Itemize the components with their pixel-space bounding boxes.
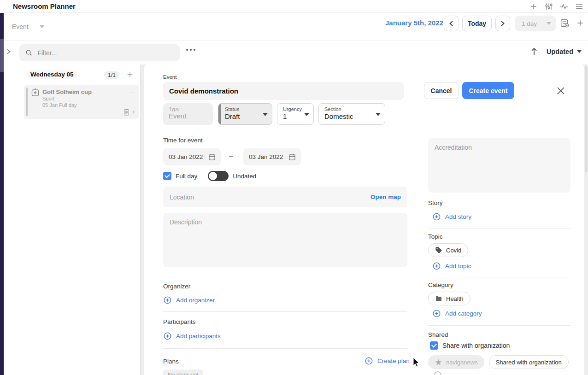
date-range-dash: – bbox=[229, 152, 233, 159]
left-rail[interactable] bbox=[0, 13, 4, 375]
add-story-link[interactable]: Add story bbox=[432, 212, 471, 221]
add-participants-link[interactable]: Add participants bbox=[163, 332, 221, 340]
undated-toggle[interactable] bbox=[208, 171, 229, 181]
story-heading: Story bbox=[428, 199, 443, 206]
view-type-label: Event bbox=[12, 23, 29, 30]
event-star-icon bbox=[30, 88, 40, 97]
location-field[interactable]: Open map bbox=[163, 187, 407, 207]
circle-plus-icon bbox=[432, 309, 441, 318]
activity-icon[interactable] bbox=[559, 1, 569, 12]
event-title-input[interactable] bbox=[163, 82, 404, 100]
menu-icon[interactable] bbox=[574, 1, 584, 12]
left-rail-thumb[interactable] bbox=[0, 39, 4, 72]
sort-direction-icon[interactable] bbox=[529, 47, 539, 57]
calendar-toolbar: Event January 5th, 2022 Today 1 day bbox=[4, 13, 588, 41]
chevron-down-icon bbox=[376, 113, 381, 116]
topic-heading: Topic bbox=[428, 233, 443, 240]
chevron-right-icon bbox=[501, 21, 505, 26]
add-category-link[interactable]: Add category bbox=[432, 309, 482, 318]
today-button[interactable]: Today bbox=[462, 16, 492, 31]
share-org-label: Share with organization bbox=[442, 342, 510, 349]
event-card-menu-icon[interactable]: ... bbox=[129, 88, 135, 94]
circle-plus-icon bbox=[163, 296, 172, 305]
undated-label: Undated bbox=[233, 173, 256, 180]
circle-plus-icon bbox=[432, 262, 441, 270]
section-select-value: Domestic bbox=[324, 112, 380, 120]
page-scrollbar[interactable] bbox=[584, 64, 588, 375]
next-day-button[interactable] bbox=[495, 16, 510, 31]
more-options-icon[interactable] bbox=[185, 48, 196, 52]
star-icon bbox=[435, 358, 442, 366]
category-chip[interactable]: Health bbox=[428, 292, 470, 305]
view-type-select[interactable]: Event bbox=[12, 19, 44, 34]
add-icon[interactable] bbox=[529, 1, 539, 12]
create-plan-label: Create plan bbox=[377, 357, 410, 364]
category-heading: Category bbox=[428, 281, 453, 288]
add-story-label: Add story bbox=[445, 213, 471, 220]
end-date-input[interactable]: 03 Jan 2022 bbox=[243, 148, 301, 165]
sort-by-value: Updated bbox=[547, 48, 573, 55]
schedule-add-icon[interactable] bbox=[559, 18, 570, 28]
event-card-title: Golf Solheim cup bbox=[42, 88, 92, 95]
full-day-label: Full day bbox=[176, 173, 197, 180]
add-event-icon[interactable] bbox=[575, 18, 585, 28]
location-input[interactable] bbox=[170, 193, 370, 201]
status-select[interactable]: Status Draft bbox=[218, 103, 272, 125]
plan-count-icon bbox=[123, 108, 130, 116]
event-card[interactable]: Golf Solheim cup Sport 05 Jan Full day .… bbox=[24, 85, 139, 119]
circle-plus-icon bbox=[432, 212, 441, 221]
full-day-checkbox[interactable] bbox=[163, 172, 171, 180]
form-type-label: Event bbox=[163, 74, 176, 80]
range-value: 1 day bbox=[522, 20, 537, 27]
content-area: Wednesday 05 1/1 Golf Solheim cup Sport … bbox=[4, 64, 588, 375]
filter-input[interactable] bbox=[37, 49, 174, 57]
expand-sidebar-icon[interactable] bbox=[6, 48, 11, 55]
close-icon[interactable] bbox=[555, 85, 566, 96]
filter-bar: Updated bbox=[4, 41, 588, 64]
chevron-down-icon bbox=[577, 50, 582, 53]
top-bar: Newsroom Planner bbox=[0, 0, 588, 13]
search-icon bbox=[25, 48, 33, 57]
event-card-date: 05 Jan Full day bbox=[42, 102, 77, 108]
description-textarea[interactable] bbox=[163, 213, 407, 267]
chevron-down-icon bbox=[547, 22, 551, 25]
create-event-button[interactable]: Create event bbox=[462, 82, 514, 99]
page-scrollbar-thumb[interactable] bbox=[585, 66, 588, 172]
day-column: Wednesday 05 1/1 Golf Solheim cup Sport … bbox=[4, 64, 141, 375]
filters-sliders-icon[interactable] bbox=[544, 1, 554, 12]
shared-heading: Shared bbox=[428, 331, 448, 338]
type-select-label: Type bbox=[169, 106, 208, 111]
share-org-checkbox[interactable] bbox=[430, 341, 438, 350]
create-plan-link[interactable]: Create plan bbox=[365, 357, 410, 365]
current-date[interactable]: January 5th, 2022 bbox=[385, 19, 443, 27]
cancel-button[interactable]: Cancel bbox=[424, 82, 459, 99]
add-topic-link[interactable]: Add topic bbox=[432, 262, 471, 270]
range-select[interactable]: 1 day bbox=[515, 16, 556, 31]
app-title: Newsroom Planner bbox=[13, 2, 76, 10]
add-organizer-link[interactable]: Add organizer bbox=[163, 296, 215, 305]
accreditation-textarea[interactable] bbox=[428, 138, 570, 193]
shared-status-label: Shared with organization bbox=[496, 359, 562, 366]
urgency-select[interactable]: Urgency 1 bbox=[277, 103, 314, 125]
day-header: Wednesday 05 bbox=[27, 70, 77, 79]
open-map-link[interactable]: Open map bbox=[370, 193, 401, 200]
chevron-down-icon bbox=[40, 25, 44, 28]
organizer-heading: Organizer bbox=[163, 283, 190, 290]
start-date-input[interactable]: 03 Jan 2022 bbox=[163, 148, 221, 165]
topic-chip[interactable]: Covid bbox=[428, 243, 468, 257]
folder-icon bbox=[435, 295, 442, 302]
add-topic-label: Add topic bbox=[445, 263, 471, 270]
calendar-icon bbox=[288, 153, 296, 161]
shared-status-badge: Shared with organization bbox=[489, 355, 569, 369]
cut-off-avatar bbox=[434, 371, 441, 375]
circle-plus-icon bbox=[163, 332, 172, 340]
sort-by-select[interactable]: Updated bbox=[547, 48, 582, 55]
section-select[interactable]: Section Domestic bbox=[318, 103, 385, 125]
event-card-category: Sport bbox=[42, 96, 54, 101]
status-select-value: Draft bbox=[225, 112, 267, 120]
chevron-down-icon bbox=[263, 113, 268, 116]
add-organizer-label: Add organizer bbox=[176, 297, 215, 304]
prev-day-button[interactable] bbox=[444, 16, 459, 31]
filter-search-box[interactable] bbox=[19, 44, 180, 61]
add-to-day-icon[interactable] bbox=[126, 70, 134, 79]
